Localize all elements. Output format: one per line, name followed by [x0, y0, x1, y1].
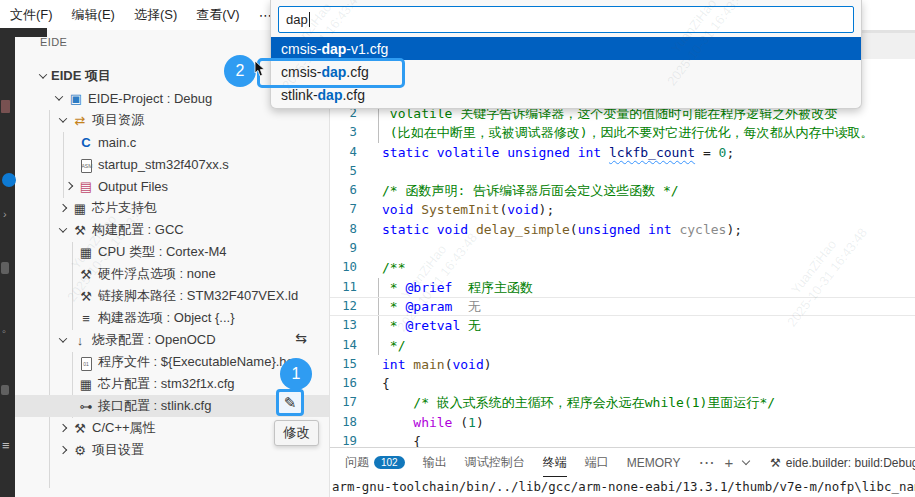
line-number[interactable]: 17 — [330, 393, 357, 412]
line-number[interactable]: 7 — [330, 200, 357, 219]
tree-item-9[interactable]: ⚒硬件浮点选项 : none — [15, 263, 329, 285]
chevron-open-icon[interactable] — [55, 117, 71, 123]
code-line-13: 13 * @retval 无 — [330, 316, 915, 335]
quickpick-item-cmsis-dap-v1.cfg[interactable]: cmsis-dap-v1.cfg — [271, 37, 861, 60]
menu-item-3[interactable]: 查看(V) — [196, 6, 239, 24]
tree-item-3[interactable]: Cmain.c — [15, 131, 329, 153]
code-text: /* 函数声明: 告诉编译器后面会定义这些函数 */ — [357, 181, 679, 200]
code-text: * @param 无 — [357, 297, 481, 316]
binary-file-icon: 01 — [77, 354, 95, 371]
panel-tabs: 问题102输出调试控制台终端端口MEMORY⋯+ — [345, 448, 749, 477]
line-number[interactable]: 11 — [330, 278, 357, 297]
line-number[interactable]: 3 — [330, 123, 357, 142]
chevron-closed-icon[interactable] — [61, 183, 77, 189]
panel-tab-1[interactable]: 输出 — [423, 448, 447, 477]
tools-icon: ⚒ — [770, 456, 781, 470]
edit-tooltip: 修改 — [274, 420, 319, 446]
tree-item-4[interactable]: ASMstartup_stm32f407xx.s — [15, 153, 329, 175]
line-number[interactable]: 12 — [330, 297, 357, 316]
eide-project-icon: ▣ — [67, 91, 85, 106]
code-text: * @brief 程序主函数 — [357, 278, 533, 297]
line-number[interactable]: 6 — [330, 181, 357, 200]
tree-item-label: CPU 类型 : Cortex-M4 — [98, 243, 227, 261]
tree-item-label: 硬件浮点选项 : none — [98, 265, 216, 283]
tree-item-label: 烧录配置 : OpenOCD — [92, 331, 216, 349]
chevron-open-icon[interactable] — [35, 73, 51, 79]
chevron-closed-icon[interactable] — [55, 447, 71, 453]
code-line-3: 3 (比如在中断里，或被调试器修改)，因此不要对它进行优化，每次都从内存中读取。 — [330, 123, 915, 142]
menu-item-0[interactable]: 文件(F) — [10, 6, 53, 24]
tree-item-label: 项目资源 — [92, 111, 144, 129]
chevron-closed-icon[interactable] — [55, 425, 71, 431]
swap-config-icon[interactable]: ⇆ — [295, 330, 307, 346]
line-number[interactable]: 18 — [330, 413, 357, 432]
edit-pencil-icon[interactable]: ✎ — [276, 389, 304, 416]
line-number[interactable]: 19 — [330, 432, 357, 447]
code-text: static void delay_simple(unsigned int cy… — [357, 220, 742, 239]
panel-tab-4[interactable]: 端口 — [585, 448, 609, 477]
code-line-19: 19 { — [330, 432, 915, 447]
code-line-4: 4static volatile unsigned int lckfb_coun… — [330, 143, 915, 162]
panel-tab-5[interactable]: MEMORY — [627, 448, 681, 477]
tree-item-12[interactable]: ↓烧录配置 : OpenOCD⇆ — [15, 329, 329, 351]
panel-tab-3[interactable]: 终端 — [543, 448, 567, 477]
tree-item-2[interactable]: ⇄项目资源 — [15, 109, 329, 131]
line-number[interactable]: 14 — [330, 336, 357, 355]
wrench-icon: ⚒ — [77, 289, 95, 304]
menu-item-2[interactable]: 选择(S) — [134, 6, 177, 24]
line-number[interactable]: 5 — [330, 162, 357, 181]
chevron-open-icon[interactable] — [51, 95, 67, 101]
task-label: eide.builder: build:Debug (E — [786, 456, 915, 470]
code-line-16: 16{ — [330, 374, 915, 393]
code-text: /** — [357, 258, 405, 277]
ide-window: 文件(F)编辑(E)选择(S)查看(V)⋯ › ◦ ≡ EIDE EIDE 项目… — [0, 0, 915, 497]
tree-item-label: Output Files — [98, 179, 168, 194]
line-number[interactable]: 16 — [330, 374, 357, 393]
code-text: void SystemInit(void); — [357, 200, 554, 219]
tree-item-label: EIDE-Project : Debug — [88, 91, 212, 106]
sidebar-title: EIDE — [40, 36, 67, 48]
tree-item-8[interactable]: ▦CPU 类型 : Cortex-M4 — [15, 241, 329, 263]
new-terminal-icon[interactable]: + — [724, 454, 733, 471]
line-number[interactable]: 9 — [330, 239, 357, 258]
code-text: (比如在中断里，或被调试器修改)，因此不要对它进行优化，每次都从内存中读取。 — [357, 123, 873, 142]
tree-item-label: 程序文件 : ${ExecutableName}.hex — [98, 353, 300, 371]
quickpick-input[interactable]: dap — [278, 6, 854, 33]
panel-tab-0[interactable]: 问题102 — [345, 448, 405, 477]
output-folder-icon: ▤ — [77, 179, 95, 194]
line-number[interactable]: 15 — [330, 355, 357, 374]
tree-item-11[interactable]: ≡构建器选项 : Object {...} — [15, 307, 329, 329]
line-number[interactable]: 4 — [330, 143, 357, 162]
chevron-open-icon[interactable] — [55, 227, 71, 233]
panel-tab-label: MEMORY — [627, 456, 681, 470]
terminal-task[interactable]: ⚒ eide.builder: build:Debug (E — [770, 448, 915, 477]
more-actions-icon[interactable]: ⋯ — [698, 453, 714, 472]
tree-item-6[interactable]: ▦芯片支持包 — [15, 197, 329, 219]
tree-item-label: 构建器选项 : Object {...} — [98, 309, 235, 327]
code-line-8: 8static void delay_simple(unsigned int c… — [330, 220, 915, 239]
notification-badge — [2, 173, 16, 187]
line-number[interactable]: 13 — [330, 316, 357, 335]
tree-item-7[interactable]: ⚒构建配置 : GCC — [15, 219, 329, 241]
problems-count-badge: 102 — [374, 456, 405, 469]
line-number[interactable]: 10 — [330, 258, 357, 277]
tree-item-label: EIDE 项目 — [51, 67, 111, 85]
terminal-dropdown-icon[interactable] — [742, 457, 750, 465]
mouse-cursor-icon — [254, 61, 266, 82]
options-list-icon: ≡ — [77, 311, 95, 326]
tree-item-5[interactable]: ▤Output Files — [15, 175, 329, 197]
chip-package-icon: ▦ — [77, 245, 95, 260]
annotation-box-quickpick-item — [257, 58, 405, 88]
menu-item-1[interactable]: 编辑(E) — [72, 6, 115, 24]
code-line-12: 12 * @param 无 — [330, 297, 915, 316]
tree-item-10[interactable]: ⚒链接脚本路径 : STM32F407VEX.ld — [15, 285, 329, 307]
chevron-open-icon[interactable] — [55, 337, 71, 343]
activity-bar[interactable]: › ◦ ≡ — [0, 30, 15, 497]
line-number[interactable]: 8 — [330, 220, 357, 239]
chevron-closed-icon[interactable] — [55, 205, 71, 211]
plug-icon: ⊶ — [77, 399, 95, 414]
build-hammer-icon: ⚒ — [71, 223, 89, 238]
tree-item-label: 链接脚本路径 : STM32F407VEX.ld — [98, 287, 298, 305]
panel-tab-2[interactable]: 调试控制台 — [465, 448, 525, 477]
terminal-output-line: arm-gnu-toolchain/bin/../lib/gcc/arm-non… — [332, 479, 915, 494]
